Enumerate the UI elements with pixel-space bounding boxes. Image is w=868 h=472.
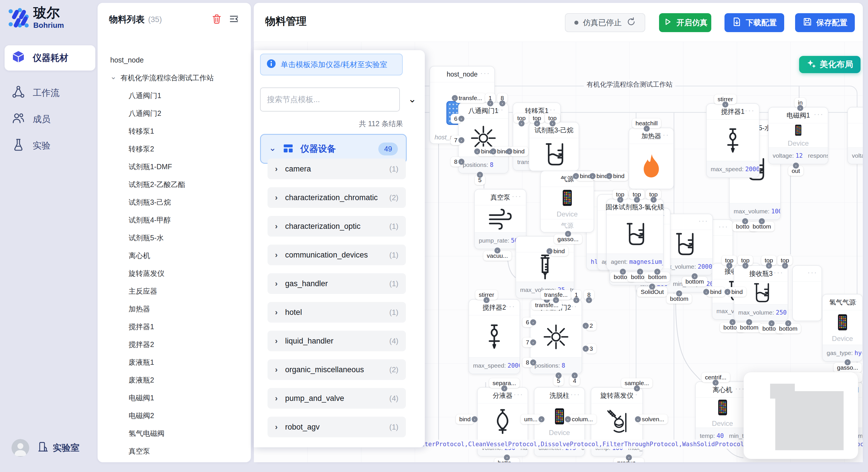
collapse-list-icon[interactable] xyxy=(228,13,239,26)
tree-item[interactable]: 搅拌器1 xyxy=(98,318,251,336)
port-chip[interactable]: bottom› xyxy=(737,323,762,332)
start-simulation-button[interactable]: 开启仿真 xyxy=(659,13,711,32)
save-config-button[interactable]: 保存配置 xyxy=(795,13,855,32)
tree-item[interactable]: 试剂瓶5-水 xyxy=(98,229,251,247)
port-dot-icon[interactable]: › xyxy=(573,297,579,303)
port-chip[interactable]: 8› xyxy=(451,157,461,167)
port-chip[interactable]: 5› xyxy=(475,175,485,185)
port-dot-icon[interactable]: › xyxy=(565,231,571,237)
node-menu-icon[interactable]: ··· xyxy=(718,222,728,231)
port-chip[interactable]: 8› xyxy=(584,290,594,300)
node-menu-icon[interactable]: ··· xyxy=(567,302,578,311)
port-dot-icon[interactable]: › xyxy=(793,163,799,169)
port-dot-icon[interactable]: › xyxy=(586,297,592,303)
port-chip[interactable]: 1› xyxy=(485,93,495,103)
node-menu-icon[interactable]: ··· xyxy=(494,105,504,114)
port-chip[interactable]: gasso...› xyxy=(554,234,582,244)
port-chip[interactable]: bind‹ xyxy=(728,287,746,297)
port-dot-icon[interactable]: › xyxy=(553,297,559,303)
port-chip[interactable]: 5› xyxy=(553,376,564,386)
port-dot-icon[interactable]: › xyxy=(538,416,545,423)
canvas-node-heater[interactable]: 加热器··· xyxy=(629,128,674,189)
port-dot-icon[interactable]: ‹ xyxy=(474,148,480,155)
port-dot-icon[interactable]: › xyxy=(644,126,650,132)
template-item-organic_miscellaneous[interactable]: ›organic_miscellaneous(2) xyxy=(268,359,406,380)
port-chip[interactable]: top› xyxy=(722,256,737,265)
tree-item[interactable]: 电磁阀2 xyxy=(98,407,251,425)
port-chip[interactable]: 8› xyxy=(497,93,507,103)
port-chip[interactable]: bottom› xyxy=(645,272,670,282)
port-dot-icon[interactable]: › xyxy=(785,320,792,326)
port-dot-icon[interactable]: › xyxy=(555,372,561,378)
port-chip[interactable]: transfe...‹ xyxy=(455,93,486,103)
canvas-node-bottle-3[interactable]: 试剂瓶3-己烷··· xyxy=(529,122,579,171)
port-chip[interactable]: top› xyxy=(629,190,644,199)
port-chip[interactable]: in› xyxy=(795,98,806,107)
port-dot-icon[interactable]: › xyxy=(746,319,752,325)
node-menu-icon[interactable]: ··· xyxy=(659,131,670,139)
canvas-node-pump-2[interactable]: ···max_volume: 25transfer_rate: 10 xyxy=(516,236,575,299)
tree-item[interactable]: 试剂瓶4-甲醇 xyxy=(98,211,251,229)
template-item-camera[interactable]: ›camera(1) xyxy=(268,159,406,179)
node-menu-icon[interactable]: ··· xyxy=(848,297,858,306)
node-menu-icon[interactable]: ··· xyxy=(570,390,580,399)
port-dot-icon[interactable]: › xyxy=(742,263,748,269)
port-chip[interactable]: SolidOut› xyxy=(637,287,668,297)
port-dot-icon[interactable]: ‹ xyxy=(506,148,513,155)
template-item-communication_devices[interactable]: ›communication_devices(1) xyxy=(268,245,406,265)
port-dot-icon[interactable]: › xyxy=(534,121,540,127)
port-dot-icon[interactable]: › xyxy=(713,380,719,386)
search-input[interactable] xyxy=(260,88,400,111)
port-chip[interactable]: colum...‹ xyxy=(568,414,596,424)
port-chip[interactable]: um...› xyxy=(521,414,541,424)
port-chip[interactable]: bottom› xyxy=(666,294,692,304)
port-dot-icon[interactable]: › xyxy=(634,385,640,392)
tree-item[interactable]: 搅拌器2 xyxy=(98,336,251,353)
port-chip[interactable]: top› xyxy=(529,113,545,123)
port-dot-icon[interactable]: › xyxy=(759,218,765,224)
tree-item[interactable]: 八通阀门2 xyxy=(98,104,251,122)
node-menu-icon[interactable]: ··· xyxy=(814,110,824,119)
port-dot-icon[interactable]: › xyxy=(530,319,536,326)
port-chip[interactable]: 1› xyxy=(571,290,582,300)
template-item-hotel[interactable]: ›hotel(1) xyxy=(268,302,406,323)
simulation-status-pill[interactable]: 仿真已停止 xyxy=(565,13,645,32)
tree-item[interactable]: 试剂瓶1-DMF xyxy=(98,158,251,175)
port-chip[interactable]: stirrer› xyxy=(475,290,498,300)
port-chip[interactable]: bind‹ xyxy=(550,246,568,256)
port-dot-icon[interactable]: ‹ xyxy=(724,289,731,295)
port-dot-icon[interactable]: › xyxy=(650,197,656,203)
port-dot-icon[interactable]: ‹ xyxy=(573,173,579,179)
port-chip[interactable]: top› xyxy=(613,190,628,199)
tree-item[interactable]: 电磁阀1 xyxy=(98,389,251,407)
tree-item[interactable]: 真空泵 xyxy=(98,442,251,460)
tree-item[interactable]: 主反应器 xyxy=(98,282,251,300)
port-dot-icon[interactable]: › xyxy=(518,121,524,127)
port-dot-icon[interactable]: › xyxy=(726,263,732,269)
port-chip[interactable]: 6› xyxy=(522,317,533,327)
tree-item-host-node[interactable]: host_node xyxy=(98,51,251,69)
port-dot-icon[interactable]: › xyxy=(742,218,748,224)
template-item-gas_handler[interactable]: ›gas_handler(1) xyxy=(268,273,406,294)
port-chip[interactable]: top› xyxy=(646,190,661,199)
node-menu-icon[interactable]: ··· xyxy=(774,268,784,277)
template-item-pump_and_valve[interactable]: ›pump_and_valve(4) xyxy=(268,388,406,409)
port-dot-icon[interactable]: › xyxy=(617,197,623,203)
port-chip[interactable]: top› xyxy=(777,256,793,265)
port-dot-icon[interactable]: › xyxy=(530,339,536,345)
port-chip[interactable]: bind› xyxy=(456,414,474,424)
port-dot-icon[interactable]: › xyxy=(626,454,632,461)
port-chip[interactable]: 8› xyxy=(522,358,533,367)
port-chip[interactable]: vacuu...› xyxy=(484,251,512,261)
port-dot-icon[interactable]: › xyxy=(676,291,682,297)
node-menu-icon[interactable]: ··· xyxy=(546,105,556,114)
logo[interactable]: 玻尔 Bohrium xyxy=(8,6,94,30)
node-menu-icon[interactable]: ··· xyxy=(512,192,522,201)
trash-icon[interactable] xyxy=(211,13,222,26)
tree-item[interactable]: 试剂瓶3-己烷 xyxy=(98,193,251,211)
port-dot-icon[interactable]: › xyxy=(458,159,464,165)
port-chip[interactable]: produc...› xyxy=(614,458,644,462)
port-dot-icon[interactable]: › xyxy=(494,247,500,254)
port-chip[interactable]: bind‹ xyxy=(610,171,628,181)
canvas-node-valve-2[interactable]: 八通阀门2···positions: 8 xyxy=(530,299,582,374)
